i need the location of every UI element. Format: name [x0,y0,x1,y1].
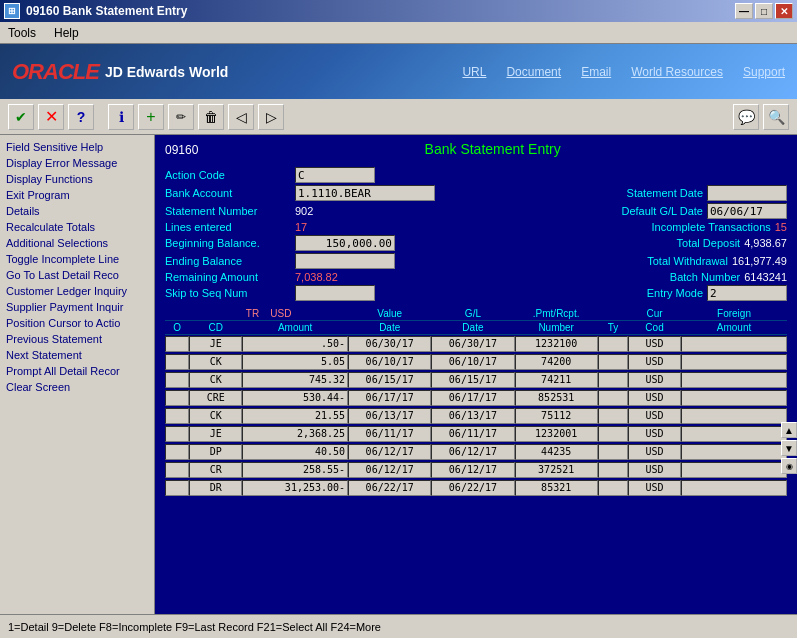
sidebar-position-cursor[interactable]: Position Cursor to Actio [0,315,154,331]
nav-url[interactable]: URL [462,65,486,79]
menu-help[interactable]: Help [50,24,83,42]
row-ty-input[interactable] [598,372,628,388]
row-cod-input[interactable] [628,444,681,460]
skip-seq-input[interactable] [295,285,375,301]
row-foreign-input[interactable] [681,372,787,388]
row-o-input[interactable] [165,408,189,424]
row-cd-input[interactable] [189,426,242,442]
row-number-input[interactable] [515,354,598,370]
row-foreign-input[interactable] [681,444,787,460]
menu-tools[interactable]: Tools [4,24,40,42]
sidebar-supplier-payment-inquiry[interactable]: Supplier Payment Inquir [0,299,154,315]
row-value-date-input[interactable] [348,354,431,370]
bank-account-input[interactable] [295,185,435,201]
row-number-input[interactable] [515,444,598,460]
row-amount-input[interactable] [242,444,348,460]
scroll-extra-button[interactable]: ◉ [781,458,797,474]
row-cd-input[interactable] [189,336,242,352]
row-cd-input[interactable] [189,444,242,460]
row-o-input[interactable] [165,444,189,460]
sidebar-toggle-incomplete-line[interactable]: Toggle Incomplete Line [0,251,154,267]
row-o-input[interactable] [165,354,189,370]
row-o-input[interactable] [165,336,189,352]
sidebar-details[interactable]: Details [0,203,154,219]
sidebar-exit-program[interactable]: Exit Program [0,187,154,203]
row-amount-input[interactable] [242,408,348,424]
row-ty-input[interactable] [598,426,628,442]
row-foreign-input[interactable] [681,480,787,496]
toolbar-add-button[interactable]: + [138,104,164,130]
sidebar-go-to-last-detail[interactable]: Go To Last Detail Reco [0,267,154,283]
row-gl-date-input[interactable] [431,480,514,496]
row-ty-input[interactable] [598,480,628,496]
row-amount-input[interactable] [242,336,348,352]
row-o-input[interactable] [165,390,189,406]
row-number-input[interactable] [515,372,598,388]
row-ty-input[interactable] [598,444,628,460]
row-foreign-input[interactable] [681,336,787,352]
row-gl-date-input[interactable] [431,390,514,406]
default-gl-date-input[interactable] [707,203,787,219]
row-gl-date-input[interactable] [431,444,514,460]
row-amount-input[interactable] [242,480,348,496]
row-o-input[interactable] [165,462,189,478]
row-cod-input[interactable] [628,462,681,478]
sidebar-field-sensitive-help[interactable]: Field Sensitive Help [0,139,154,155]
row-cd-input[interactable] [189,390,242,406]
toolbar-next-button[interactable]: ▷ [258,104,284,130]
row-number-input[interactable] [515,336,598,352]
row-gl-date-input[interactable] [431,408,514,424]
nav-document[interactable]: Document [506,65,561,79]
row-ty-input[interactable] [598,408,628,424]
row-cd-input[interactable] [189,462,242,478]
toolbar-chat-button[interactable]: 💬 [733,104,759,130]
toolbar-info-button[interactable]: ℹ [108,104,134,130]
row-foreign-input[interactable] [681,354,787,370]
sidebar-display-functions[interactable]: Display Functions [0,171,154,187]
row-o-input[interactable] [165,372,189,388]
row-number-input[interactable] [515,390,598,406]
row-cod-input[interactable] [628,480,681,496]
row-cd-input[interactable] [189,408,242,424]
row-gl-date-input[interactable] [431,372,514,388]
row-foreign-input[interactable] [681,462,787,478]
scroll-up-button[interactable]: ▲ [781,422,797,438]
sidebar-additional-selections[interactable]: Additional Selections [0,235,154,251]
row-gl-date-input[interactable] [431,462,514,478]
row-cod-input[interactable] [628,408,681,424]
row-number-input[interactable] [515,480,598,496]
row-foreign-input[interactable] [681,408,787,424]
row-value-date-input[interactable] [348,480,431,496]
minimize-button[interactable]: — [735,3,753,19]
row-number-input[interactable] [515,408,598,424]
nav-support[interactable]: Support [743,65,785,79]
row-gl-date-input[interactable] [431,426,514,442]
toolbar-prev-button[interactable]: ◁ [228,104,254,130]
maximize-button[interactable]: □ [755,3,773,19]
row-number-input[interactable] [515,426,598,442]
scroll-down-button[interactable]: ▼ [781,440,797,456]
statement-date-input[interactable] [707,185,787,201]
sidebar-previous-statement[interactable]: Previous Statement [0,331,154,347]
row-foreign-input[interactable] [681,390,787,406]
toolbar-edit-button[interactable]: ✏ [168,104,194,130]
toolbar-check-button[interactable]: ✔ [8,104,34,130]
beginning-balance-input[interactable] [295,235,395,251]
entry-mode-input[interactable] [707,285,787,301]
row-amount-input[interactable] [242,390,348,406]
sidebar-prompt-all-detail[interactable]: Prompt All Detail Recor [0,363,154,379]
row-value-date-input[interactable] [348,426,431,442]
row-cod-input[interactable] [628,426,681,442]
row-cod-input[interactable] [628,390,681,406]
row-ty-input[interactable] [598,390,628,406]
toolbar-delete-button[interactable]: 🗑 [198,104,224,130]
row-value-date-input[interactable] [348,408,431,424]
close-button[interactable]: ✕ [775,3,793,19]
row-value-date-input[interactable] [348,462,431,478]
row-cd-input[interactable] [189,480,242,496]
sidebar-display-error-message[interactable]: Display Error Message [0,155,154,171]
row-foreign-input[interactable] [681,426,787,442]
row-amount-input[interactable] [242,462,348,478]
row-cd-input[interactable] [189,354,242,370]
row-amount-input[interactable] [242,426,348,442]
